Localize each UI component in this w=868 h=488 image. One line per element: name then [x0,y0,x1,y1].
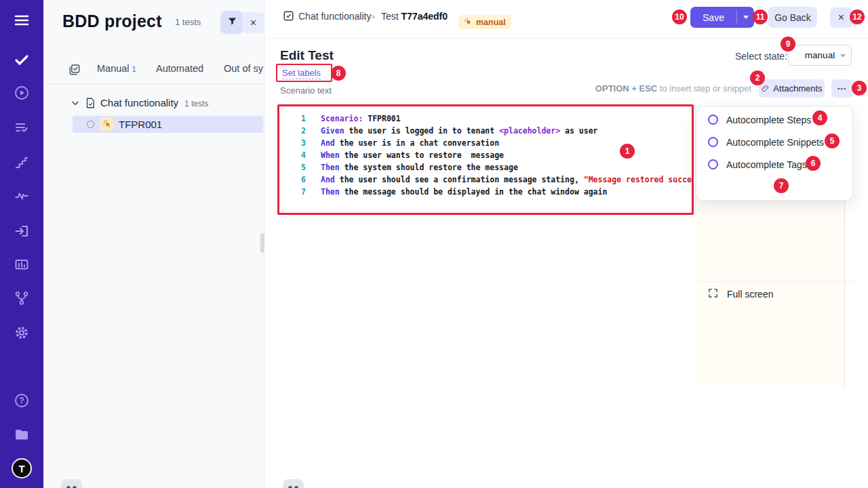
annotation-badge-5: 5 [825,134,840,148]
set-labels-link[interactable]: Set labels [282,68,321,79]
radio-circle-icon[interactable] [708,137,718,147]
menu-item-full-screen[interactable]: Full screen [696,281,854,306]
runs-list-icon[interactable] [14,119,30,136]
tab-automated[interactable]: Automated [156,63,203,74]
overflow-pill [61,479,82,488]
save-dropdown-toggle[interactable] [737,16,754,19]
state-select-dropdown[interactable]: manual [788,45,852,66]
breadcrumb-test: Test T77a4edf0 [381,11,448,22]
line-number: 6 [279,174,306,186]
breadcrumb-test-id: T77a4edf0 [401,11,448,22]
steps-stairs-icon[interactable] [14,155,30,171]
tabbar-divider [43,83,264,84]
code-line: Then the message should be displayed in … [321,187,607,197]
radio-circle-icon[interactable] [708,115,718,125]
sidebar-rail: ? T [0,0,43,488]
editor-more-button[interactable]: ··· [831,79,852,98]
annotation-badge-7: 7 [774,178,789,193]
suite-document-icon [84,97,96,112]
caret-down-icon [743,16,749,19]
save-button[interactable]: Save [690,7,754,28]
filter-funnel-icon [226,16,238,30]
test-id-label: TFPR001 [119,119,162,130]
manual-state-badge: manual [458,15,511,29]
radio-circle-icon[interactable] [708,159,718,169]
line-number: 3 [279,137,306,149]
annotation-badge-6: 6 [806,156,821,171]
filter-button[interactable] [220,11,243,34]
line-number: 1 [279,113,306,125]
docs-folder-icon[interactable] [14,426,30,443]
line-number: 4 [279,149,306,161]
annotation-badge-1: 1 [620,144,635,159]
code-line: And the user is in a chat conversation [321,138,499,148]
scenario-text-label: Scenario text [280,85,332,96]
manual-cursor-icon [100,117,114,131]
annotation-badge-8: 8 [331,66,346,81]
menu-item-autocomplete-tags[interactable]: Autocomplete Tags [696,153,854,176]
overflow-pill [283,479,304,488]
run-play-icon[interactable] [14,85,30,101]
panel-scrollbar-thumb[interactable] [260,233,264,253]
report-chart-icon[interactable] [14,256,30,272]
help-icon[interactable]: ? [14,392,30,409]
line-number: 5 [279,161,306,174]
app-window: ? T BDD project 1 tests × Manual1 Automa… [0,0,868,488]
scenario-editor[interactable]: 1Scenario: TFPR001 2Given the user is lo… [279,106,692,213]
caret-down-icon [840,54,846,58]
tests-check-icon[interactable] [14,52,30,68]
panel-close-button[interactable]: × [242,12,264,33]
code-line: When the user wants to restore message [321,150,504,160]
suite-test-count: 1 tests [184,99,208,108]
hamburger-menu-icon[interactable] [14,12,30,28]
branch-icon[interactable] [14,290,30,306]
go-back-button[interactable]: Go Back [768,7,817,28]
tab-out-of-sync[interactable]: Out of sy [224,63,263,74]
testomat-logo[interactable]: T [12,458,32,479]
project-panel: BDD project 1 tests × Manual1 Automated … [43,0,264,488]
svg-text:?: ? [19,396,24,405]
chevron-down-icon[interactable] [71,98,80,110]
project-test-count: 1 tests [175,17,201,27]
manual-cursor-icon [464,18,473,26]
pulse-analytics-icon[interactable] [14,188,30,204]
shortcut-hint: OPTION + ESC to insert step or snippet [595,83,751,94]
fullscreen-icon [707,287,719,302]
suite-name: Chat functionality [100,97,178,108]
close-icon: × [250,17,256,29]
annotation-badge-2: 2 [750,70,765,85]
paperclip-icon [761,84,770,93]
test-filter-tabs: Manual1 Automated Out of sy [43,58,264,83]
breadcrumb-separator: › [372,11,375,22]
annotation-badge-3: 3 [852,81,867,96]
test-status-circle-icon[interactable] [87,121,94,128]
test-row[interactable]: TFPR001 [73,116,263,133]
annotation-badge-11: 11 [753,9,768,24]
select-state-label: Select state: [735,51,787,62]
select-all-icon[interactable] [68,63,81,79]
import-signin-icon[interactable] [14,223,30,239]
suite-row[interactable]: Chat functionality 1 tests [43,95,264,112]
attachments-button[interactable]: Attachments [759,79,825,98]
line-number: 2 [279,125,306,137]
tab-manual-count: 1 [132,65,136,73]
code-line: And the user should see a confirmation m… [321,175,692,184]
annotation-badge-10: 10 [672,9,687,24]
menu-item-autocomplete-steps[interactable]: Autocomplete Steps [696,108,854,131]
code-line: Then the system should restore the messa… [321,163,518,172]
annotation-badge-9: 9 [781,37,795,52]
tab-manual[interactable]: Manual1 [97,63,136,74]
page-title: Edit Test [280,48,334,63]
settings-gear-icon[interactable] [14,325,30,341]
code-line: Given the user is logged in to tenant <p… [321,126,598,136]
annotation-badge-4: 4 [812,110,827,125]
annotation-badge-12: 12 [850,9,865,24]
breadcrumb-suite-link[interactable]: Chat functionality [298,11,371,22]
line-number: 7 [279,186,306,198]
code-line: Scenario: TFPR001 [321,114,401,123]
project-title: BDD project [62,12,162,31]
breadcrumb-task-icon [282,9,295,25]
